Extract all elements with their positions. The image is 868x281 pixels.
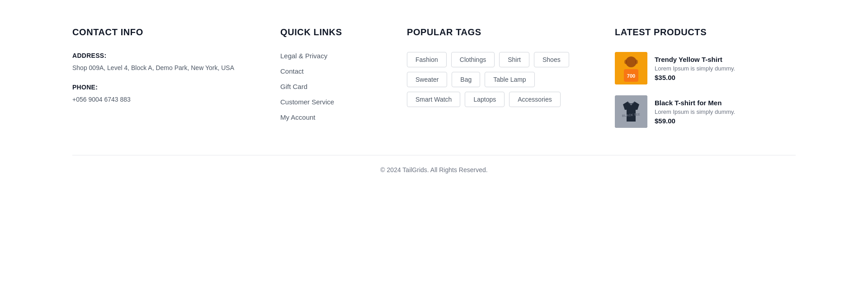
contact-info-section: CONTACT INFO ADDRESS: Shop 009A, Level 4… — [72, 27, 244, 128]
list-item: Gift Card — [280, 83, 371, 91]
tag-laptops[interactable]: Laptops — [465, 92, 505, 107]
product-image-black: BLACK TEE — [615, 95, 647, 128]
my-account-link[interactable]: My Account — [280, 113, 316, 121]
list-item: Contact — [280, 67, 371, 75]
list-item: Legal & Privacy — [280, 52, 371, 60]
tag-sweater[interactable]: Sweater — [407, 72, 447, 87]
latest-products-section: LATEST PRODUCTS 700 — [615, 27, 796, 128]
tag-table-lamp[interactable]: Table Lamp — [485, 72, 534, 87]
svg-text:700: 700 — [627, 73, 635, 79]
product-image-yellow: 700 — [615, 52, 647, 84]
copyright-text: © 2024 TailGrids. All Rights Reserved. — [72, 166, 796, 173]
customer-service-link[interactable]: Customer Service — [280, 98, 334, 106]
product-name-1: Trendy Yellow T-shirt — [655, 56, 735, 63]
svg-point-4 — [624, 60, 627, 64]
tag-accessories[interactable]: Accessories — [509, 92, 560, 107]
phone-label: PHONE: — [72, 84, 244, 91]
product-name-2: Black T-shirt for Men — [655, 99, 735, 107]
tag-bag[interactable]: Bag — [452, 72, 480, 87]
product-desc-1: Lorem Ipsum is simply dummy. — [655, 65, 735, 72]
popular-tags-section: POPULAR TAGS Fashion Clothings Shirt Sho… — [407, 27, 579, 128]
quick-links-section: QUICK LINKS Legal & Privacy Contact Gift… — [280, 27, 371, 128]
product-item-1: 700 Trendy Yellow T-shirt Lorem Ipsum is… — [615, 52, 796, 84]
product-item-2: BLACK TEE Black T-shirt for Men Lorem Ip… — [615, 95, 796, 128]
list-item: Customer Service — [280, 98, 371, 106]
product-desc-2: Lorem Ipsum is simply dummy. — [655, 108, 735, 115]
svg-point-1 — [626, 56, 637, 67]
popular-tags-title: POPULAR TAGS — [407, 27, 579, 37]
contact-link[interactable]: Contact — [280, 67, 304, 75]
quick-links-title: QUICK LINKS — [280, 27, 371, 37]
product-price-1: $35.00 — [655, 74, 735, 81]
tag-shoes[interactable]: Shoes — [534, 52, 569, 67]
legal-privacy-link[interactable]: Legal & Privacy — [280, 52, 327, 60]
gift-card-link[interactable]: Gift Card — [280, 83, 307, 90]
phone-value: +056 9004 6743 883 — [72, 94, 244, 104]
tag-fashion[interactable]: Fashion — [407, 52, 447, 67]
address-label: ADDRESS: — [72, 52, 244, 59]
footer-main: CONTACT INFO ADDRESS: Shop 009A, Level 4… — [0, 0, 868, 155]
address-value: Shop 009A, Level 4, Block A, Demo Park, … — [72, 63, 244, 73]
footer-bottom: © 2024 TailGrids. All Rights Reserved. — [0, 155, 868, 184]
products-list: 700 Trendy Yellow T-shirt Lorem Ipsum is… — [615, 52, 796, 128]
tag-shirt[interactable]: Shirt — [499, 52, 529, 67]
product-info-2: Black T-shirt for Men Lorem Ipsum is sim… — [655, 99, 735, 125]
list-item: My Account — [280, 113, 371, 122]
tag-clothings[interactable]: Clothings — [451, 52, 495, 67]
svg-point-5 — [635, 60, 638, 64]
tags-container: Fashion Clothings Shirt Shoes Sweater Ba… — [407, 52, 579, 107]
latest-products-title: LATEST PRODUCTS — [615, 27, 796, 37]
product-price-2: $59.00 — [655, 117, 735, 125]
contact-info-title: CONTACT INFO — [72, 27, 244, 37]
product-info-1: Trendy Yellow T-shirt Lorem Ipsum is sim… — [655, 56, 735, 81]
quick-links-list: Legal & Privacy Contact Gift Card Custom… — [280, 52, 371, 122]
tag-smart-watch[interactable]: Smart Watch — [407, 92, 460, 107]
